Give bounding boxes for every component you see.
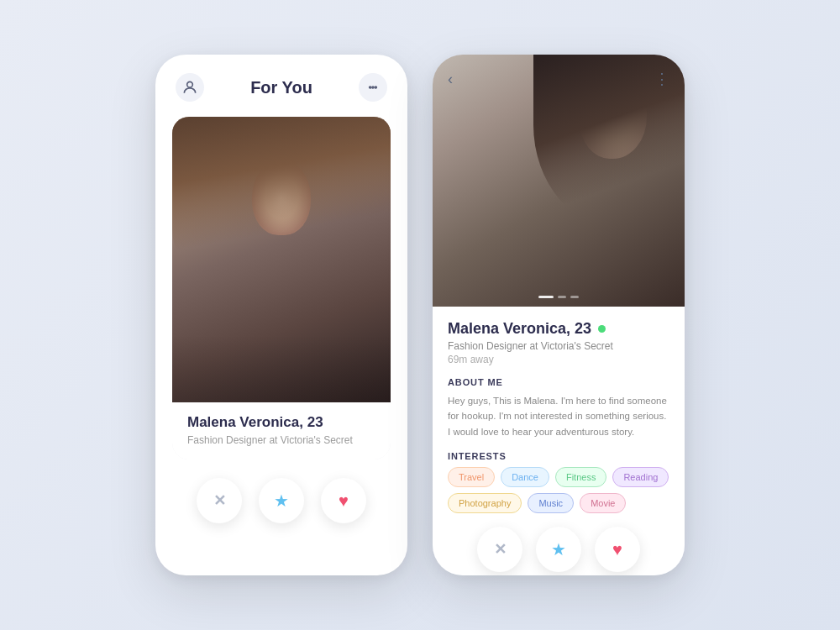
profile-name-row: Malena Veronica, 23 — [448, 320, 669, 338]
tag-music[interactable]: Music — [528, 493, 574, 513]
dislike-button-right[interactable]: ✕ — [477, 527, 522, 572]
card-job: Fashion Designer at Victoria's Secret — [187, 434, 375, 446]
like-button[interactable]: ★ — [259, 478, 304, 523]
love-button-right[interactable]: ♥ — [595, 527, 640, 572]
interests-list: Travel Dance Fitness Reading Photography… — [448, 467, 669, 513]
photo-gradient — [172, 335, 391, 402]
about-text: Hey guys, This is Malena. I'm here to fi… — [448, 393, 669, 439]
card-photo — [172, 117, 391, 402]
tag-fitness[interactable]: Fitness — [555, 467, 606, 487]
dot-2 — [558, 296, 566, 298]
profile-icon-button[interactable] — [176, 73, 204, 102]
svg-point-2 — [372, 87, 374, 88]
messages-icon-button[interactable] — [359, 73, 387, 102]
tag-dance[interactable]: Dance — [501, 467, 549, 487]
back-button[interactable]: ‹ — [448, 71, 453, 88]
dislike-button[interactable]: ✕ — [197, 478, 242, 523]
right-photo-area: ‹ ⋮ — [433, 55, 685, 307]
dot-1 — [538, 296, 554, 298]
love-button[interactable]: ♥ — [321, 478, 366, 523]
left-phone: For You Malena Veronica, 23 Fashion Desi… — [155, 55, 407, 575]
right-phone: ‹ ⋮ Malena Veronica, 23 Fashion Designer… — [433, 55, 685, 575]
action-buttons-left: ✕ ★ ♥ — [197, 478, 366, 523]
interests-title: INTERESTS — [448, 451, 669, 461]
right-content: Malena Veronica, 23 Fashion Designer at … — [433, 307, 685, 575]
svg-point-0 — [187, 81, 193, 87]
card-name: Malena Veronica, 23 — [187, 414, 375, 431]
svg-point-3 — [375, 87, 376, 88]
page-title: For You — [250, 78, 312, 97]
tag-reading[interactable]: Reading — [612, 467, 669, 487]
dot-3 — [570, 296, 579, 298]
tag-movie[interactable]: Movie — [580, 493, 626, 513]
more-options-button[interactable]: ⋮ — [654, 70, 669, 88]
like-button-right[interactable]: ★ — [536, 527, 581, 572]
tag-travel[interactable]: Travel — [448, 467, 495, 487]
tag-photography[interactable]: Photography — [448, 493, 522, 513]
online-indicator — [598, 325, 606, 333]
profile-card: Malena Veronica, 23 Fashion Designer at … — [172, 117, 391, 459]
profile-name: Malena Veronica, 23 — [448, 320, 591, 338]
top-bar-left: For You — [155, 55, 407, 110]
card-info: Malena Veronica, 23 Fashion Designer at … — [172, 402, 391, 459]
svg-point-1 — [370, 87, 371, 88]
about-title: ABOUT ME — [448, 377, 669, 387]
profile-distance: 69m away — [448, 354, 669, 365]
photo-dots — [538, 296, 579, 298]
profile-job: Fashion Designer at Victoria's Secret — [448, 340, 669, 352]
profile-photo-right — [433, 55, 685, 307]
right-top-bar: ‹ ⋮ — [433, 55, 685, 88]
action-buttons-right: ✕ ★ ♥ — [448, 527, 669, 572]
